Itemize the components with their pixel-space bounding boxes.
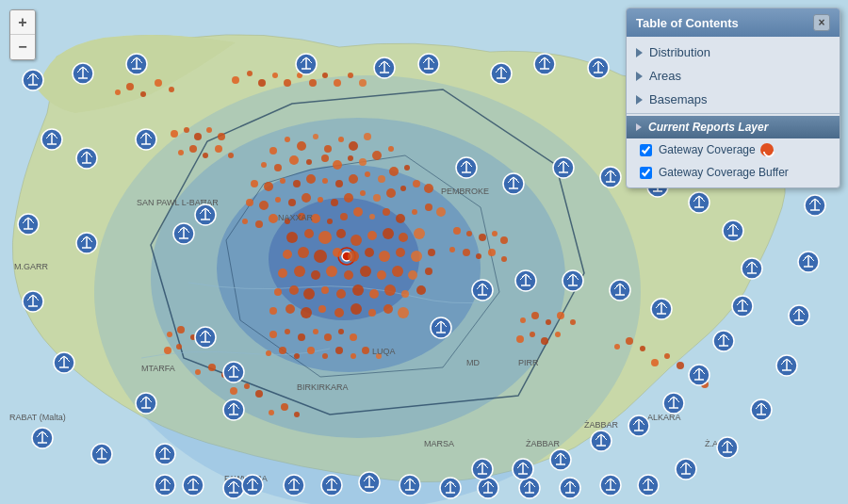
svg-point-20 bbox=[306, 159, 312, 165]
svg-point-112 bbox=[351, 303, 362, 315]
svg-point-84 bbox=[396, 248, 405, 257]
toc-close-button[interactable]: × bbox=[813, 14, 830, 31]
svg-point-48 bbox=[373, 194, 381, 202]
toc-current-reports-layer[interactable]: Current Reports Layer bbox=[627, 116, 840, 138]
svg-point-67 bbox=[436, 207, 446, 217]
svg-point-59 bbox=[327, 219, 333, 224]
toc-item-areas[interactable]: Areas bbox=[627, 64, 840, 88]
svg-point-146 bbox=[307, 347, 315, 354]
svg-point-163 bbox=[269, 410, 274, 415]
svg-point-72 bbox=[351, 235, 362, 246]
svg-point-145 bbox=[294, 353, 300, 359]
svg-point-104 bbox=[384, 285, 396, 296]
svg-point-153 bbox=[177, 326, 185, 333]
svg-point-124 bbox=[215, 145, 222, 153]
svg-point-144 bbox=[279, 347, 286, 354]
svg-point-118 bbox=[194, 133, 202, 140]
svg-point-190 bbox=[555, 332, 561, 337]
svg-point-159 bbox=[221, 372, 227, 378]
svg-point-46 bbox=[344, 193, 353, 203]
svg-point-115 bbox=[398, 307, 409, 318]
svg-point-185 bbox=[557, 312, 564, 319]
svg-point-148 bbox=[335, 347, 343, 354]
basemaps-label: Basemaps bbox=[649, 92, 707, 106]
svg-point-176 bbox=[297, 73, 302, 78]
svg-point-133 bbox=[476, 253, 481, 259]
svg-point-156 bbox=[176, 344, 182, 350]
svg-point-128 bbox=[479, 234, 486, 241]
svg-point-61 bbox=[353, 207, 363, 217]
svg-point-91 bbox=[344, 270, 353, 280]
svg-point-10 bbox=[285, 137, 290, 142]
svg-point-94 bbox=[392, 266, 403, 277]
svg-point-25 bbox=[372, 151, 382, 160]
toc-item-basemaps[interactable]: Basemaps bbox=[627, 88, 840, 111]
svg-point-113 bbox=[368, 309, 376, 317]
svg-point-51 bbox=[413, 180, 420, 187]
svg-point-15 bbox=[349, 141, 358, 151]
gateway-buffer-checkbox[interactable] bbox=[640, 167, 652, 179]
svg-point-161 bbox=[244, 383, 250, 389]
svg-point-85 bbox=[411, 251, 422, 262]
svg-point-88 bbox=[294, 266, 305, 277]
svg-point-136 bbox=[269, 331, 277, 338]
svg-point-39 bbox=[246, 199, 253, 206]
svg-point-160 bbox=[230, 387, 237, 395]
svg-point-166 bbox=[115, 89, 121, 95]
svg-point-198 bbox=[701, 381, 709, 388]
svg-point-173 bbox=[258, 79, 266, 87]
svg-point-50 bbox=[400, 186, 406, 191]
svg-point-31 bbox=[306, 174, 316, 184]
svg-point-95 bbox=[408, 270, 417, 280]
svg-point-14 bbox=[338, 137, 344, 142]
svg-point-56 bbox=[285, 219, 290, 224]
svg-point-53 bbox=[242, 219, 248, 224]
svg-point-110 bbox=[318, 305, 326, 313]
svg-point-26 bbox=[388, 146, 394, 152]
svg-point-73 bbox=[367, 231, 377, 240]
svg-point-47 bbox=[360, 190, 366, 196]
svg-point-154 bbox=[190, 334, 196, 340]
svg-point-197 bbox=[690, 372, 695, 378]
svg-point-167 bbox=[126, 83, 134, 90]
svg-point-126 bbox=[453, 227, 461, 235]
svg-point-101 bbox=[336, 289, 346, 299]
svg-point-22 bbox=[333, 160, 342, 170]
svg-point-122 bbox=[189, 145, 197, 153]
svg-point-193 bbox=[640, 346, 645, 351]
toc-item-distribution[interactable]: Distribution bbox=[627, 41, 840, 64]
svg-point-130 bbox=[500, 236, 508, 244]
gateway-coverage-label: Gateway Coverage bbox=[659, 143, 756, 156]
svg-point-33 bbox=[335, 180, 343, 187]
svg-point-54 bbox=[255, 220, 263, 228]
svg-point-123 bbox=[203, 153, 208, 158]
svg-point-180 bbox=[348, 73, 353, 78]
svg-point-147 bbox=[322, 353, 328, 359]
zoom-in-button[interactable]: + bbox=[10, 10, 35, 35]
current-layer-arrow-icon bbox=[636, 123, 642, 131]
svg-point-103 bbox=[369, 289, 379, 299]
svg-point-184 bbox=[546, 319, 551, 325]
svg-point-141 bbox=[338, 329, 344, 334]
toc-panel: Table of Contents × Distribution Areas B… bbox=[626, 8, 840, 188]
svg-point-58 bbox=[311, 214, 320, 223]
svg-point-191 bbox=[614, 344, 620, 350]
svg-point-68 bbox=[286, 232, 298, 243]
gateway-coverage-checkbox[interactable] bbox=[640, 144, 652, 156]
svg-point-30 bbox=[293, 180, 301, 187]
svg-point-41 bbox=[275, 197, 281, 203]
svg-point-38 bbox=[404, 165, 410, 171]
svg-point-79 bbox=[314, 250, 327, 263]
svg-point-43 bbox=[302, 193, 311, 203]
svg-point-40 bbox=[259, 201, 269, 210]
svg-point-102 bbox=[352, 285, 364, 296]
svg-point-13 bbox=[324, 145, 332, 153]
zoom-out-button[interactable]: − bbox=[10, 35, 35, 59]
svg-point-17 bbox=[261, 162, 267, 168]
basemaps-arrow-icon bbox=[636, 95, 643, 105]
svg-point-143 bbox=[266, 350, 271, 356]
toc-title: Table of Contents bbox=[636, 16, 739, 30]
svg-point-106 bbox=[416, 285, 426, 295]
svg-point-74 bbox=[383, 228, 394, 239]
svg-point-16 bbox=[364, 133, 371, 140]
